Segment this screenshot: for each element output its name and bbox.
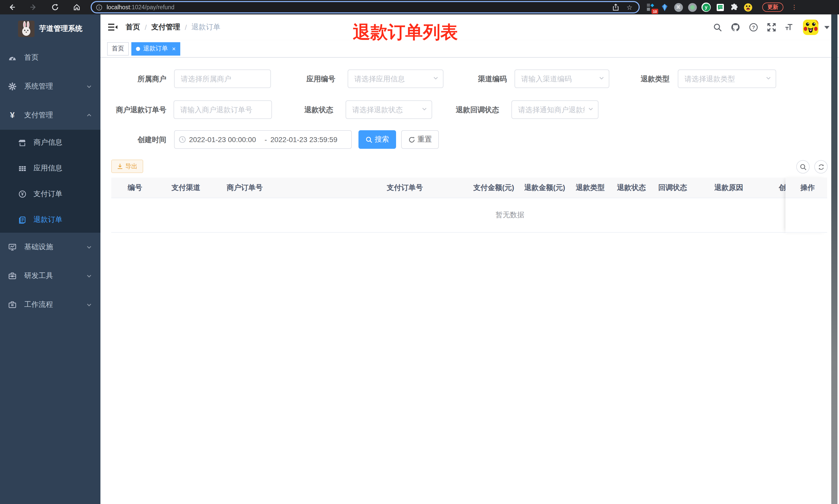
column-header: 退款状态 <box>617 183 658 192</box>
browser-home-icon[interactable] <box>72 3 82 12</box>
merchant-refund-no-input[interactable] <box>174 101 272 119</box>
column-header: 回调状态 <box>658 183 714 192</box>
browser-update-button[interactable]: 更新 <box>762 3 783 12</box>
toolbox-icon <box>8 272 17 280</box>
filter-label-merchant: 所属商户 <box>111 70 166 88</box>
font-size-icon[interactable] <box>785 23 794 32</box>
yen-icon: ¥ <box>8 111 17 120</box>
chevron-down-icon <box>86 273 92 279</box>
app-logo-rabbit-image <box>18 21 35 37</box>
filter-label-refund-status: 退款状态 <box>278 101 333 119</box>
briefcase-icon <box>8 301 17 309</box>
bookmark-star-icon[interactable]: ☆ <box>627 3 632 11</box>
extension-grid-icon[interactable]: 10 <box>646 3 655 12</box>
merchant-select[interactable] <box>174 70 271 88</box>
sidebar-item-merchant-info[interactable]: 商户信息 <box>0 130 101 156</box>
browser-toolbar: localhost:1024/pay/refund ☆ 10 ⌘ <box>0 0 839 14</box>
gear-icon <box>8 83 17 91</box>
extension-badge: 10 <box>651 9 658 14</box>
show-search-toggle-button[interactable] <box>796 160 810 174</box>
table-empty-row: 暂无数据 <box>111 198 827 233</box>
extension-emoji-icon[interactable] <box>743 3 752 12</box>
sidebar-item-home[interactable]: 首页 <box>0 43 101 72</box>
active-tag-dot <box>136 47 140 51</box>
callback-status-select[interactable] <box>512 101 599 119</box>
tag-close-icon[interactable]: × <box>172 46 176 52</box>
channel-select[interactable] <box>515 70 609 88</box>
address-bar[interactable]: localhost:1024/pay/refund ☆ <box>91 1 640 13</box>
window-scrollbar[interactable] <box>831 14 837 504</box>
browser-reload-icon[interactable] <box>51 3 60 12</box>
sidebar-item-dev-tools[interactable]: 研发工具 <box>0 262 101 290</box>
app-logo-row[interactable]: 芋道管理系统 <box>0 14 101 43</box>
filter-label-app: 应用编号 <box>280 70 335 88</box>
extensions-row: 10 ⌘ y 更新 ⋮ <box>646 3 801 12</box>
refresh-button[interactable] <box>814 160 828 174</box>
help-icon[interactable]: ? <box>749 23 758 32</box>
column-header: 编号 <box>111 183 172 192</box>
app-title: 芋道管理系统 <box>39 24 83 34</box>
column-header: 支付订单号 <box>387 183 473 192</box>
chevron-up-icon <box>86 112 92 119</box>
sidebar-item-app-info[interactable]: 应用信息 <box>0 156 101 181</box>
payment-submenu: 商户信息 应用信息 支付订单 退款订单 <box>0 130 101 233</box>
filter-label-merchant-refund-no: 商户退款订单号 <box>111 101 166 119</box>
extension-gem-icon[interactable] <box>660 3 669 12</box>
caret-down-icon[interactable] <box>824 25 830 29</box>
extensions-puzzle-icon[interactable] <box>729 3 738 12</box>
sidebar-fold-icon[interactable] <box>108 23 118 31</box>
sidebar-item-infrastructure[interactable]: 基础设施 <box>0 233 101 262</box>
extension-y-icon[interactable]: y <box>701 3 711 12</box>
sidebar-item-refund-order[interactable]: 退款订单 <box>0 207 101 233</box>
chevron-down-icon <box>86 84 92 90</box>
breadcrumb-payment[interactable]: 支付管理 <box>151 23 180 32</box>
user-avatar[interactable] <box>803 20 818 35</box>
column-header: 退款原因 <box>714 183 779 192</box>
sidebar-item-pay-order[interactable]: 支付订单 <box>0 181 101 207</box>
breadcrumb: 首页 / 支付管理 / 退款订单 <box>126 23 220 32</box>
reset-button[interactable]: 重置 <box>401 130 439 149</box>
extension-chat-icon[interactable] <box>715 3 725 12</box>
tags-view-bar: 首页 退款订单 × <box>101 40 839 58</box>
page-title-annotation: 退款订单列表 <box>353 21 456 44</box>
github-icon[interactable] <box>731 23 740 32</box>
sidebar-item-payment[interactable]: ¥ 支付管理 <box>0 101 101 130</box>
column-header: 支付金额(元) <box>473 183 524 192</box>
share-icon[interactable] <box>613 4 619 11</box>
browser-forward-icon[interactable] <box>29 3 38 12</box>
breadcrumb-home[interactable]: 首页 <box>126 23 140 32</box>
tag-refund-order[interactable]: 退款订单 × <box>131 42 180 55</box>
site-info-icon[interactable] <box>96 4 103 11</box>
filter-label-callback-status: 退款回调状态 <box>444 101 499 119</box>
column-header: 退款金额(元) <box>524 183 576 192</box>
fullscreen-icon[interactable] <box>767 23 776 32</box>
url-text: localhost:1024/pay/refund <box>107 4 613 10</box>
tag-home[interactable]: 首页 <box>107 42 129 55</box>
extension-record-icon[interactable] <box>688 3 697 12</box>
refund-status-select[interactable] <box>345 101 432 119</box>
sidebar: 芋道管理系统 首页 系统管理 ¥ 支付管理 <box>0 14 101 504</box>
date-separator: - <box>261 136 270 144</box>
top-navbar: 首页 / 支付管理 / 退款订单 ? <box>101 14 839 40</box>
refund-type-select[interactable] <box>678 70 776 88</box>
main-content: 所属商户 应用编号 渠道编码 退款类型 商户退款订单号 退款状态 退款 <box>101 58 839 504</box>
sidebar-item-workflow[interactable]: 工作流程 <box>0 290 101 319</box>
table-fixed-action-column: 操作 <box>785 178 827 233</box>
browser-back-icon[interactable] <box>7 3 17 12</box>
navbar-actions: ? <box>713 14 830 40</box>
extension-command-icon[interactable]: ⌘ <box>674 3 683 12</box>
column-header: 支付渠道 <box>172 183 227 192</box>
column-header-clipped: 创建时间 <box>779 183 785 192</box>
export-button[interactable]: 导出 <box>111 160 143 173</box>
app-select[interactable] <box>347 70 444 88</box>
clock-icon <box>179 136 186 143</box>
browser-menu-icon[interactable]: ⋮ <box>791 4 797 10</box>
app-root: localhost:1024/pay/refund ☆ 10 ⌘ <box>0 0 839 504</box>
refund-table: 编号 支付渠道 商户订单号 支付订单号 支付金额(元) 退款金额(元) 退款类型… <box>111 178 827 233</box>
create-time-range-picker[interactable]: 2022-01-23 00:00:00 - 2022-01-23 23:59:5… <box>174 130 352 149</box>
search-button[interactable]: 搜索 <box>358 130 396 149</box>
date-start-value: 2022-01-23 00:00:00 <box>189 136 261 144</box>
sidebar-item-system[interactable]: 系统管理 <box>0 72 101 101</box>
chevron-down-icon <box>86 302 92 308</box>
search-icon[interactable] <box>713 23 722 32</box>
